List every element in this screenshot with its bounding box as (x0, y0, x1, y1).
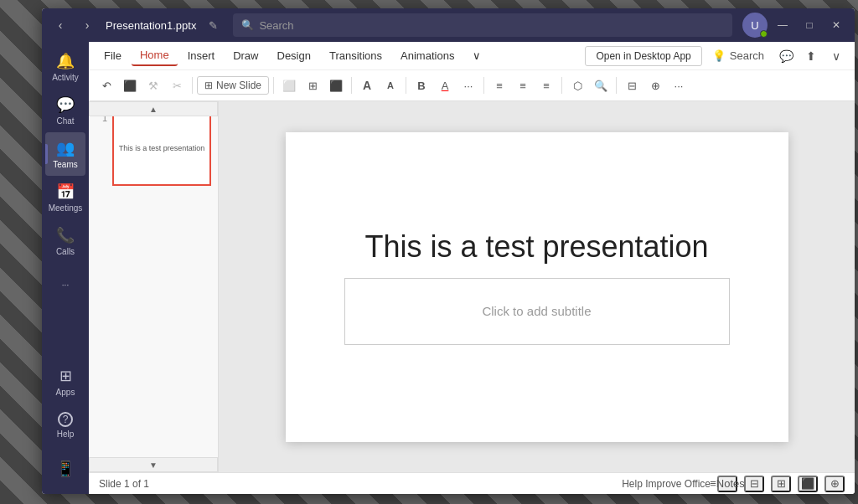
subtitle-placeholder-text: Click to add subtitle (482, 304, 591, 318)
shapes-button[interactable]: ⬡ (566, 75, 588, 96)
fit-slide-button[interactable]: ⊕ (824, 476, 845, 492)
normal-view-button[interactable]: ⊟ (744, 476, 764, 492)
avatar[interactable]: U (742, 13, 768, 38)
toolbar-sep-4 (406, 77, 406, 94)
new-slide-button[interactable]: ⊞ New Slide (197, 76, 269, 95)
sidebar-item-help[interactable]: ? Help (45, 404, 85, 447)
toolbar-sep-7 (616, 77, 617, 94)
menu-file[interactable]: File (96, 46, 130, 65)
sidebar-item-apps[interactable]: ⊞ Apps (45, 360, 85, 404)
sidebar-label-meetings: Meetings (49, 203, 83, 213)
sidebar-item-meetings[interactable]: 📅 Meetings (45, 176, 85, 219)
sidebar-item-calls[interactable]: 📞 Calls (45, 219, 85, 263)
bullets-button[interactable]: ≡ (488, 75, 510, 96)
open-desktop-button[interactable]: Open in Desktop App (585, 46, 701, 66)
menu-animations[interactable]: Animations (392, 46, 463, 65)
sidebar-label-activity: Activity (52, 73, 79, 82)
slide-sorter-button[interactable]: ⊞ (771, 476, 791, 492)
reading-view-button[interactable]: ⬛ (798, 476, 818, 492)
new-slide-icon: ⊞ (204, 80, 213, 91)
menu-home[interactable]: Home (132, 45, 178, 66)
toolbar-sep-3 (351, 77, 352, 94)
slide-num-button[interactable]: ⊟ (621, 75, 643, 96)
activity-icon: 🔔 (56, 52, 75, 70)
sidebar-item-more[interactable]: ··· (45, 263, 85, 306)
align-button[interactable]: ≡ (535, 75, 557, 96)
share-button[interactable]: ⬆ (799, 44, 823, 68)
ribbon-collapse-button[interactable]: ∨ (824, 44, 848, 68)
scroll-down-button[interactable]: ▼ (89, 457, 218, 472)
speaker-notes-button[interactable]: ⊕ (644, 75, 666, 96)
sidebar-label-help: Help (57, 429, 75, 439)
nav-buttons: ‹ › (49, 13, 99, 37)
more-icon: ··· (62, 280, 69, 290)
search-bar[interactable]: 🔍 (233, 13, 732, 37)
notes-label: Notes (716, 477, 745, 490)
slide-canvas[interactable]: This is a test presentation Click to add… (286, 132, 788, 442)
scroll-up-button[interactable]: ▲ (89, 101, 218, 116)
menu-more-tabs[interactable]: ∨ (464, 46, 489, 65)
content-area: File Home Insert Draw Design Transitions… (89, 42, 855, 494)
sidebar-item-chat[interactable]: 💬 Chat (45, 89, 85, 132)
crop-button[interactable]: ⬜ (278, 75, 300, 96)
menu-insert[interactable]: Insert (179, 46, 224, 65)
toolbar-more2-button[interactable]: ··· (668, 75, 690, 96)
layout-button[interactable]: ⊞ (302, 75, 323, 96)
menu-design[interactable]: Design (269, 46, 319, 65)
chat-icon: 💬 (56, 95, 75, 114)
undo-button[interactable]: ↶ (96, 75, 117, 96)
device-icon: 📱 (56, 460, 75, 478)
edit-icon[interactable]: ✎ (203, 15, 223, 35)
back-button[interactable]: ‹ (49, 13, 72, 37)
slide-subtitle-placeholder[interactable]: Click to add subtitle (344, 278, 730, 345)
sidebar: 🔔 Activity 💬 Chat 👥 Teams 📅 Meetings 📞 C… (42, 42, 89, 494)
file-title: Presentation1.pptx (106, 19, 196, 32)
ribbon: File Home Insert Draw Design Transitions… (89, 42, 855, 101)
slide-title: This is a test presentation (364, 229, 708, 265)
title-bar: ‹ › Presentation1.pptx ✎ 🔍 U — □ ✕ (42, 8, 855, 42)
slide-count: Slide 1 of 1 (99, 478, 149, 490)
toolbar-sep-2 (273, 77, 274, 94)
notes-button[interactable]: ≡ Notes (717, 476, 737, 492)
presence-badge (760, 30, 768, 38)
font-size-up-button[interactable]: A (356, 75, 378, 96)
close-button[interactable]: ✕ (824, 13, 848, 37)
ribbon-search[interactable]: 💡 Search (704, 46, 773, 65)
comment-button[interactable]: 💬 (774, 44, 798, 68)
menu-bar: File Home Insert Draw Design Transitions… (89, 42, 855, 70)
section-button[interactable]: ⬛ (325, 75, 347, 96)
calls-icon: 📞 (56, 226, 75, 244)
toolbar: ↶ ⬛ ⚒ ✂ ⊞ New Slide ⬜ ⊞ ⬛ A A (89, 70, 855, 100)
search-input[interactable] (259, 19, 724, 32)
format-painter-button[interactable]: ⚒ (142, 75, 164, 96)
sidebar-label-teams: Teams (53, 160, 77, 169)
slide-main-area: This is a test presentation Click to add… (219, 101, 855, 472)
maximize-button[interactable]: □ (798, 13, 821, 37)
find-button[interactable]: 🔍 (590, 75, 612, 96)
toolbar-more-button[interactable]: ··· (457, 75, 479, 96)
ribbon-search-label: Search (730, 49, 764, 62)
help-circle-icon: ? (58, 412, 73, 427)
status-bar: Slide 1 of 1 Help Improve Office ≡ Notes… (89, 472, 855, 494)
slide-thumbnail-canvas[interactable]: This is a test presentation (112, 111, 211, 186)
bold-button[interactable]: B (411, 75, 432, 96)
num-list-button[interactable]: ≡ (512, 75, 534, 96)
minimize-button[interactable]: — (771, 13, 794, 37)
sidebar-item-teams[interactable]: 👥 Teams (45, 132, 85, 176)
font-size-down-button[interactable]: A (380, 75, 401, 96)
slide-thumb-text: This is a test presentation (119, 144, 205, 152)
apps-icon: ⊞ (59, 367, 72, 385)
slide-thumb-1: 1 This is a test presentation (96, 108, 211, 189)
clipboard-button[interactable]: ⬛ (119, 75, 141, 96)
avatar-initials: U (751, 19, 758, 32)
toolbar-sep-5 (483, 77, 484, 94)
sidebar-item-device[interactable]: 📱 (45, 447, 85, 491)
main-window: ‹ › Presentation1.pptx ✎ 🔍 U — □ ✕ 🔔 Act… (42, 8, 855, 494)
forward-button[interactable]: › (75, 13, 99, 37)
cut-button[interactable]: ✂ (166, 75, 188, 96)
sidebar-item-activity[interactable]: 🔔 Activity (45, 45, 85, 89)
menu-draw[interactable]: Draw (225, 46, 266, 65)
slide-thumbnails: ▲ 1 This is a test presentation ▼ (89, 101, 219, 472)
font-color-button[interactable]: A (434, 75, 456, 96)
menu-transitions[interactable]: Transitions (321, 46, 390, 65)
